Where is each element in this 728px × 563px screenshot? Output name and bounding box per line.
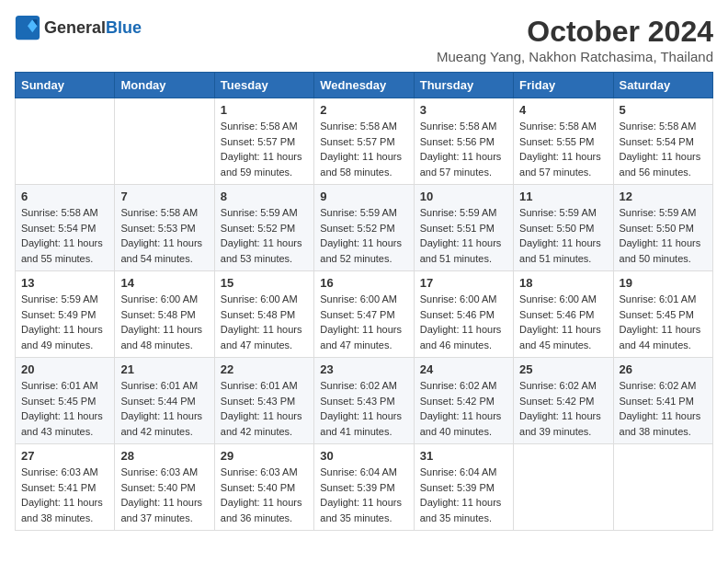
location-title: Mueang Yang, Nakhon Ratchasima, Thailand (437, 49, 713, 64)
day-info: Sunrise: 6:02 AM Sunset: 5:41 PM Dayligh… (620, 378, 707, 439)
calendar-cell: 23Sunrise: 6:02 AM Sunset: 5:43 PM Dayli… (314, 358, 414, 444)
day-info: Sunrise: 6:04 AM Sunset: 5:39 PM Dayligh… (320, 465, 407, 525)
day-number: 26 (620, 362, 707, 376)
day-info: Sunrise: 6:03 AM Sunset: 5:40 PM Dayligh… (221, 465, 308, 525)
weekday-header: Wednesday (314, 73, 414, 98)
day-number: 19 (620, 276, 707, 290)
calendar-cell: 20Sunrise: 6:01 AM Sunset: 5:45 PM Dayli… (16, 358, 115, 444)
day-info: Sunrise: 5:58 AM Sunset: 5:54 PM Dayligh… (620, 119, 707, 179)
weekday-header: Monday (115, 73, 214, 98)
weekday-header: Thursday (414, 73, 513, 98)
calendar-week-row: 27Sunrise: 6:03 AM Sunset: 5:41 PM Dayli… (16, 444, 713, 531)
calendar-cell (115, 98, 214, 185)
calendar-cell (514, 444, 613, 531)
day-info: Sunrise: 5:59 AM Sunset: 5:50 PM Dayligh… (620, 205, 707, 266)
day-info: Sunrise: 6:00 AM Sunset: 5:47 PM Dayligh… (320, 292, 407, 352)
day-info: Sunrise: 5:58 AM Sunset: 5:56 PM Dayligh… (420, 119, 507, 179)
day-info: Sunrise: 5:59 AM Sunset: 5:52 PM Dayligh… (221, 205, 308, 266)
calendar-cell (613, 444, 712, 531)
day-info: Sunrise: 6:02 AM Sunset: 5:42 PM Dayligh… (420, 378, 507, 439)
calendar-cell: 5Sunrise: 5:58 AM Sunset: 5:54 PM Daylig… (613, 98, 712, 185)
logo-icon (15, 15, 40, 40)
calendar-cell: 9Sunrise: 5:59 AM Sunset: 5:52 PM Daylig… (314, 185, 414, 271)
day-info: Sunrise: 6:02 AM Sunset: 5:42 PM Dayligh… (519, 378, 607, 439)
calendar-week-row: 13Sunrise: 5:59 AM Sunset: 5:49 PM Dayli… (16, 271, 713, 358)
calendar-week-row: 6Sunrise: 5:58 AM Sunset: 5:54 PM Daylig… (16, 185, 713, 271)
calendar-cell: 11Sunrise: 5:59 AM Sunset: 5:50 PM Dayli… (514, 185, 613, 271)
day-info: Sunrise: 5:59 AM Sunset: 5:49 PM Dayligh… (21, 292, 108, 352)
day-number: 23 (320, 362, 407, 376)
logo: GeneralBlue (15, 15, 142, 40)
calendar-cell: 14Sunrise: 6:00 AM Sunset: 5:48 PM Dayli… (115, 271, 214, 358)
day-number: 1 (221, 103, 308, 117)
day-info: Sunrise: 6:04 AM Sunset: 5:39 PM Dayligh… (420, 465, 507, 525)
day-info: Sunrise: 6:03 AM Sunset: 5:41 PM Dayligh… (21, 465, 108, 525)
day-info: Sunrise: 6:00 AM Sunset: 5:46 PM Dayligh… (420, 292, 507, 352)
page-header: GeneralBlue October 2024 Mueang Yang, Na… (15, 15, 713, 64)
day-number: 9 (320, 190, 407, 203)
calendar-cell: 7Sunrise: 5:58 AM Sunset: 5:53 PM Daylig… (115, 185, 214, 271)
day-number: 27 (21, 449, 108, 463)
calendar-cell: 25Sunrise: 6:02 AM Sunset: 5:42 PM Dayli… (514, 358, 613, 444)
calendar-cell: 31Sunrise: 6:04 AM Sunset: 5:39 PM Dayli… (414, 444, 513, 531)
day-number: 17 (420, 276, 507, 290)
day-info: Sunrise: 6:01 AM Sunset: 5:45 PM Dayligh… (21, 378, 108, 439)
calendar-header-row: SundayMondayTuesdayWednesdayThursdayFrid… (16, 73, 713, 98)
day-info: Sunrise: 6:03 AM Sunset: 5:40 PM Dayligh… (120, 465, 208, 525)
calendar-cell: 26Sunrise: 6:02 AM Sunset: 5:41 PM Dayli… (613, 358, 712, 444)
day-number: 18 (519, 276, 607, 290)
weekday-header: Sunday (16, 73, 115, 98)
calendar-cell: 4Sunrise: 5:58 AM Sunset: 5:55 PM Daylig… (514, 98, 613, 185)
weekday-header: Tuesday (214, 73, 313, 98)
calendar-cell: 27Sunrise: 6:03 AM Sunset: 5:41 PM Dayli… (16, 444, 115, 531)
calendar-cell: 21Sunrise: 6:01 AM Sunset: 5:44 PM Dayli… (115, 358, 214, 444)
calendar-cell: 17Sunrise: 6:00 AM Sunset: 5:46 PM Dayli… (414, 271, 513, 358)
day-info: Sunrise: 6:00 AM Sunset: 5:46 PM Dayligh… (519, 292, 607, 352)
day-info: Sunrise: 6:01 AM Sunset: 5:44 PM Dayligh… (120, 378, 208, 439)
calendar-cell: 10Sunrise: 5:59 AM Sunset: 5:51 PM Dayli… (414, 185, 513, 271)
day-number: 20 (21, 362, 108, 376)
day-info: Sunrise: 5:58 AM Sunset: 5:57 PM Dayligh… (320, 119, 407, 179)
day-number: 4 (519, 103, 607, 117)
calendar-cell: 24Sunrise: 6:02 AM Sunset: 5:42 PM Dayli… (414, 358, 513, 444)
day-number: 14 (120, 276, 208, 290)
calendar-cell: 29Sunrise: 6:03 AM Sunset: 5:40 PM Dayli… (214, 444, 313, 531)
day-number: 8 (221, 190, 308, 203)
calendar-cell: 18Sunrise: 6:00 AM Sunset: 5:46 PM Dayli… (514, 271, 613, 358)
day-number: 30 (320, 449, 407, 463)
day-number: 16 (320, 276, 407, 290)
day-number: 10 (420, 190, 507, 203)
day-info: Sunrise: 6:01 AM Sunset: 5:43 PM Dayligh… (221, 378, 308, 439)
month-title: October 2024 (437, 15, 713, 49)
day-number: 3 (420, 103, 507, 117)
day-info: Sunrise: 5:59 AM Sunset: 5:52 PM Dayligh… (320, 205, 407, 266)
day-info: Sunrise: 5:59 AM Sunset: 5:50 PM Dayligh… (519, 205, 607, 266)
calendar-week-row: 1Sunrise: 5:58 AM Sunset: 5:57 PM Daylig… (16, 98, 713, 185)
day-info: Sunrise: 5:59 AM Sunset: 5:51 PM Dayligh… (420, 205, 507, 266)
title-block: October 2024 Mueang Yang, Nakhon Ratchas… (437, 15, 713, 64)
day-info: Sunrise: 6:00 AM Sunset: 5:48 PM Dayligh… (120, 292, 208, 352)
day-info: Sunrise: 5:58 AM Sunset: 5:55 PM Dayligh… (519, 119, 607, 179)
calendar-cell: 30Sunrise: 6:04 AM Sunset: 5:39 PM Dayli… (314, 444, 414, 531)
day-number: 24 (420, 362, 507, 376)
logo-general: General (44, 18, 106, 37)
day-info: Sunrise: 6:00 AM Sunset: 5:48 PM Dayligh… (221, 292, 308, 352)
calendar-week-row: 20Sunrise: 6:01 AM Sunset: 5:45 PM Dayli… (16, 358, 713, 444)
calendar-table: SundayMondayTuesdayWednesdayThursdayFrid… (15, 72, 713, 531)
day-number: 13 (21, 276, 108, 290)
day-number: 11 (519, 190, 607, 203)
calendar-cell: 6Sunrise: 5:58 AM Sunset: 5:54 PM Daylig… (16, 185, 115, 271)
calendar-cell (16, 98, 115, 185)
day-number: 29 (221, 449, 308, 463)
day-info: Sunrise: 5:58 AM Sunset: 5:54 PM Dayligh… (21, 205, 108, 266)
calendar-cell: 22Sunrise: 6:01 AM Sunset: 5:43 PM Dayli… (214, 358, 313, 444)
weekday-header: Friday (514, 73, 613, 98)
calendar-cell: 12Sunrise: 5:59 AM Sunset: 5:50 PM Dayli… (613, 185, 712, 271)
day-number: 12 (620, 190, 707, 203)
calendar-cell: 1Sunrise: 5:58 AM Sunset: 5:57 PM Daylig… (214, 98, 313, 185)
logo-blue: Blue (106, 18, 142, 37)
calendar-cell: 28Sunrise: 6:03 AM Sunset: 5:40 PM Dayli… (115, 444, 214, 531)
day-info: Sunrise: 6:01 AM Sunset: 5:45 PM Dayligh… (620, 292, 707, 352)
day-number: 7 (120, 190, 208, 203)
day-number: 5 (620, 103, 707, 117)
